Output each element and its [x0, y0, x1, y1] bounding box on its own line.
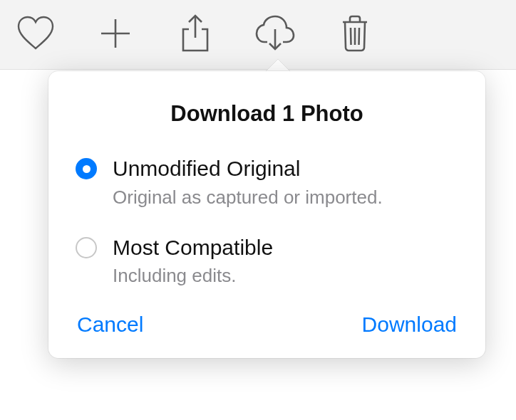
option-unmodified-original[interactable]: Unmodified Original Original as captured… — [76, 155, 458, 209]
download-confirm-button[interactable]: Download — [362, 313, 457, 337]
option-description: Original as captured or imported. — [113, 187, 383, 209]
plus-icon — [98, 16, 133, 53]
option-text: Unmodified Original Original as captured… — [113, 155, 383, 209]
svg-line-4 — [351, 28, 351, 45]
option-most-compatible[interactable]: Most Compatible Including edits. — [76, 234, 458, 288]
button-row: Cancel Download — [76, 313, 458, 337]
toolbar — [0, 0, 516, 70]
heart-icon — [16, 16, 55, 54]
option-label: Most Compatible — [113, 234, 273, 261]
download-cloud-icon — [254, 15, 296, 55]
popover-arrow — [264, 58, 291, 73]
trash-icon — [340, 15, 370, 55]
radio-selected-icon — [76, 158, 97, 179]
option-description: Including edits. — [113, 265, 273, 287]
share-icon — [180, 14, 211, 56]
option-text: Most Compatible Including edits. — [113, 234, 273, 288]
download-button[interactable] — [254, 14, 296, 56]
option-label: Unmodified Original — [113, 155, 383, 182]
add-button[interactable] — [94, 14, 137, 56]
popover-title: Download 1 Photo — [76, 101, 458, 127]
download-popover: Download 1 Photo Unmodified Original Ori… — [48, 71, 485, 358]
share-button[interactable] — [174, 14, 217, 56]
cancel-button[interactable]: Cancel — [77, 313, 143, 337]
radio-unselected-icon — [76, 237, 97, 258]
delete-button[interactable] — [334, 14, 376, 56]
svg-line-6 — [359, 28, 360, 45]
favorite-button[interactable] — [14, 14, 57, 56]
